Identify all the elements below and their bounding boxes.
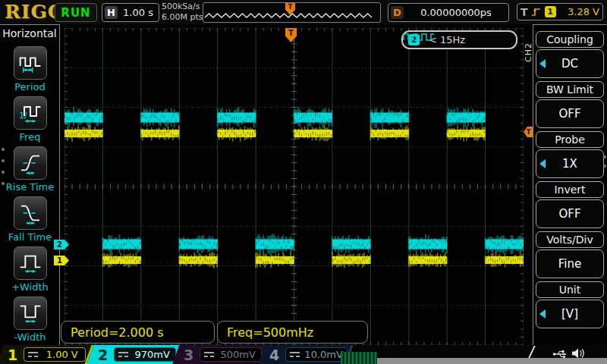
channel-2-scale: 970mV (132, 349, 175, 360)
channel-3-chip[interactable]: 3 500mV (172, 345, 267, 364)
delay-value: 0.00000000ps (404, 7, 508, 18)
horizontal-scale-box: H 1.00 s (102, 3, 159, 22)
period-icon (18, 51, 42, 75)
channel-2-number: 2 (98, 347, 108, 363)
probe-value-button[interactable]: 1X (536, 149, 604, 178)
frequency-counter-badge: 2 < 15Hz (401, 30, 517, 49)
dc-coupling-icon (28, 352, 38, 358)
menu-scroll-dot (603, 155, 606, 158)
minus-width-label: -Width (0, 331, 60, 343)
unit-value: [V] (561, 307, 578, 321)
channel-1-scale: 1.00 V (42, 349, 85, 360)
menu-scroll-dot (2, 148, 5, 151)
menu-group-unit: Unit [V] (536, 281, 604, 328)
edge-trigger-icon (531, 6, 542, 17)
trigger-level-value: 3.28 V (559, 6, 599, 17)
menu-group-bw-limit: BW Limit OFF (536, 81, 604, 128)
menu-scroll-dot (2, 171, 5, 174)
plus-width-label: +Width (0, 281, 60, 293)
horizontal-label: H (105, 6, 118, 19)
waveform-display: T 2 < 15Hz (64, 28, 524, 345)
measurement-freq: Freq=500mHz (217, 321, 368, 344)
memory-depth: 6.00M pts (162, 12, 203, 23)
volts-div-value: Fine (558, 257, 581, 271)
channel-menu: Coupling DC BW Limit OFF Probe 1X Invert (533, 24, 607, 345)
menu-group-volts-div: Volts/Div Fine (536, 231, 604, 278)
trigger-label: T (521, 6, 528, 18)
usb-icon (552, 347, 569, 361)
delay-box: D 0.00000000ps (388, 3, 509, 22)
measurement-period-value: Period=2.000 s (71, 325, 164, 340)
volts-div-value-button[interactable]: Fine (536, 249, 604, 278)
freq-icon: 1/ (18, 101, 42, 125)
measurement-period: Period=2.000 s (61, 321, 215, 344)
menu-scroll-dot (2, 182, 5, 185)
channel-3-number: 3 (184, 347, 193, 363)
menu-group-coupling: Coupling DC (536, 31, 604, 78)
volts-div-label: Volts/Div (536, 231, 604, 248)
trigger-source-badge: 1 (545, 6, 556, 17)
menu-scroll-dot (603, 165, 606, 168)
speaker-icon (571, 347, 586, 360)
menu-item-minus-width: -Width (0, 297, 60, 343)
invert-value: OFF (558, 207, 580, 221)
channel-1-scale-box: 1.00 V (24, 347, 86, 362)
run-status: RUN (55, 3, 97, 22)
channel-4-chip[interactable]: 4 10.0mV (258, 345, 353, 364)
rise-time-label: Rise Time (0, 181, 60, 193)
acquisition-info: 500kSa/s 6.00M pts (162, 2, 203, 23)
screen-artifact (341, 352, 377, 364)
sample-rate: 500kSa/s (162, 2, 203, 12)
channel-1-chip[interactable]: 1 1.00 V (0, 345, 94, 364)
channel-1-number: 1 (8, 347, 17, 363)
delay-label: D (391, 6, 404, 19)
coupling-value-button[interactable]: DC (536, 49, 604, 78)
menu-group-probe: Probe 1X (536, 131, 604, 178)
waveform-plot (64, 28, 524, 345)
dc-coupling-icon (204, 352, 214, 358)
rise-time-button[interactable] (14, 146, 47, 180)
coupling-value: DC (561, 57, 578, 71)
left-arrow-icon (539, 159, 546, 168)
probe-value: 1X (562, 157, 577, 171)
probe-label: Probe (536, 131, 604, 148)
channel-status-bar: 1 1.00 V 2 970mV 3 500mV (0, 345, 607, 364)
dc-coupling-icon (118, 352, 128, 358)
channel-2-scale-box: 970mV (114, 347, 176, 362)
period-button[interactable] (14, 46, 47, 80)
menu-scroll-dot (2, 159, 5, 162)
trigger-box: T 1 3.28 V (517, 3, 603, 20)
svg-text:1/: 1/ (19, 111, 27, 121)
unit-value-button[interactable]: [V] (536, 300, 604, 328)
measure-menu: Horizontal Period (0, 24, 60, 345)
bw-limit-value: OFF (558, 107, 580, 121)
coupling-label: Coupling (536, 31, 604, 48)
status-bar: RIGOL RUN H 1.00 s 500kSa/s 6.00M pts T … (0, 0, 607, 24)
fall-time-label: Fall Time (0, 231, 60, 243)
channel-2-chip[interactable]: 2 970mV (86, 345, 179, 364)
menu-item-freq: 1/ Freq (0, 96, 60, 143)
minus-width-icon (18, 301, 42, 325)
rise-time-icon (18, 151, 42, 175)
plus-width-icon (18, 251, 42, 275)
invert-value-button[interactable]: OFF (536, 199, 604, 228)
menu-item-plus-width: +Width (0, 246, 60, 293)
minus-width-button[interactable] (14, 297, 47, 330)
left-arrow-icon (539, 59, 546, 68)
channel-4-number: 4 (269, 347, 279, 363)
plus-width-button[interactable] (14, 246, 47, 280)
horizontal-scale-value: 1.00 s (118, 7, 159, 18)
fall-time-button[interactable] (14, 196, 47, 230)
unit-label: Unit (536, 281, 604, 298)
menu-item-period: Period (0, 46, 60, 93)
fall-time-icon (18, 201, 42, 225)
left-arrow-icon (539, 309, 546, 318)
measurement-freq-value: Freq=500mHz (227, 325, 313, 340)
measure-menu-title: Horizontal (0, 27, 59, 39)
freq-label: Freq (0, 131, 60, 143)
bw-limit-value-button[interactable]: OFF (536, 99, 604, 128)
dc-coupling-icon (290, 352, 300, 358)
status-divider (528, 346, 544, 358)
freq-button[interactable]: 1/ (14, 96, 47, 130)
waveform-overview-strip: T (203, 2, 381, 23)
